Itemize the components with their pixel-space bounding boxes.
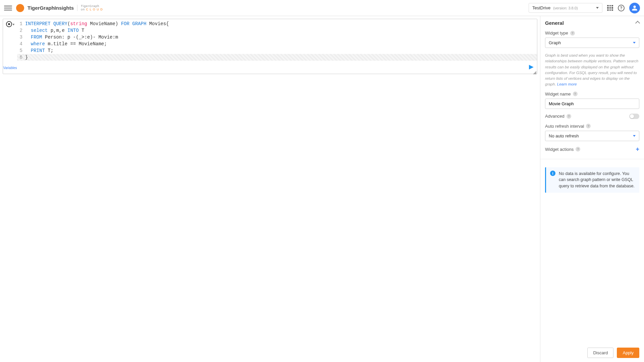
- help-icon[interactable]: ?: [618, 5, 625, 11]
- editor-mode-toggle[interactable]: ▾: [6, 21, 14, 27]
- field-widget-name: Widget name ?: [545, 92, 639, 109]
- project-version: (version: 3.8.0): [553, 6, 578, 10]
- label-widget-name: Widget name ?: [545, 92, 639, 97]
- chevron-down-icon: [633, 42, 636, 44]
- code-line[interactable]: 6}: [17, 54, 537, 61]
- logo-area[interactable]: TigerGraphInsights TigerGraph on C L O U…: [16, 4, 103, 12]
- apps-icon[interactable]: [607, 5, 613, 11]
- avatar[interactable]: [629, 3, 640, 13]
- chevron-down-icon: [596, 7, 599, 9]
- info-icon[interactable]: ?: [576, 147, 580, 152]
- discard-button[interactable]: Discard: [587, 348, 613, 358]
- code-content[interactable]: PRINT T;: [25, 47, 53, 54]
- widget-type-help: Graph is best used when you want to show…: [545, 53, 639, 87]
- apply-button[interactable]: Apply: [617, 348, 639, 358]
- select-auto-refresh-value: No auto refresh: [549, 133, 579, 138]
- logo-cloud: TigerGraph on C L O U D: [77, 5, 103, 11]
- info-card: i No data is available for configure. Yo…: [545, 167, 639, 193]
- learn-more-link[interactable]: Learn more: [557, 82, 577, 86]
- code-line[interactable]: 3 FROM Person: p -(_>:e)- Movie:m: [17, 34, 537, 41]
- code-line[interactable]: 2 select p,m,e INTO T: [17, 27, 537, 34]
- field-advanced: Advanced ?: [545, 114, 639, 119]
- code-content[interactable]: select p,m,e INTO T: [25, 27, 84, 34]
- menu-icon[interactable]: [4, 4, 12, 12]
- field-widget-type: Widget type ? Graph: [545, 31, 639, 48]
- label-widget-actions: Widget actions ?: [545, 147, 580, 152]
- app-header: TigerGraphInsights TigerGraph on C L O U…: [0, 0, 644, 16]
- field-auto-refresh: Auto refresh interval ? No auto refresh: [545, 124, 639, 141]
- line-number: 6: [17, 54, 25, 61]
- line-number: 1: [17, 20, 25, 27]
- project-selector[interactable]: TestDrive (version: 3.8.0): [529, 3, 602, 13]
- label-auto-refresh: Auto refresh interval ?: [545, 124, 639, 129]
- label-advanced: Advanced ?: [545, 114, 571, 119]
- select-widget-type-value: Graph: [549, 40, 561, 45]
- add-action-button[interactable]: +: [636, 146, 639, 153]
- code-content[interactable]: where m.title == MovieName;: [25, 41, 107, 47]
- chevron-up-icon: [635, 20, 640, 25]
- select-auto-refresh[interactable]: No auto refresh: [545, 131, 639, 141]
- code-line[interactable]: 1INTERPRET QUERY(string MovieName) FOR G…: [17, 20, 537, 27]
- toggle-advanced[interactable]: [629, 114, 639, 119]
- section-header-general[interactable]: General: [545, 20, 639, 26]
- info-card-text: No data is available for configure. You …: [559, 171, 635, 189]
- label-widget-type: Widget type ?: [545, 31, 639, 36]
- main-area: ▾ Variables 1INTERPRET QUERY(string Movi…: [0, 16, 644, 362]
- section-title: General: [545, 20, 564, 26]
- logo-text: TigerGraphInsights: [28, 5, 74, 11]
- line-number: 2: [17, 27, 25, 34]
- line-number: 5: [17, 47, 25, 54]
- select-widget-type[interactable]: Graph: [545, 38, 639, 48]
- field-widget-actions: Widget actions ? +: [545, 146, 639, 153]
- line-number: 3: [17, 34, 25, 41]
- target-icon: [6, 21, 12, 27]
- project-name: TestDrive: [532, 5, 550, 10]
- chevron-down-icon: ▾: [13, 22, 14, 26]
- code-lines[interactable]: 1INTERPRET QUERY(string MovieName) FOR G…: [17, 19, 537, 74]
- info-icon: i: [550, 171, 555, 176]
- info-icon[interactable]: ?: [567, 114, 571, 119]
- code-content[interactable]: FROM Person: p -(_>:e)- Movie:m: [25, 34, 118, 41]
- run-button[interactable]: ▶: [529, 63, 534, 70]
- code-content[interactable]: }: [25, 54, 28, 61]
- editor-gutter-left: ▾ Variables: [3, 19, 17, 74]
- code-line[interactable]: 5 PRINT T;: [17, 47, 537, 54]
- line-number: 4: [17, 41, 25, 47]
- info-icon[interactable]: ?: [586, 124, 591, 128]
- logo-icon: [16, 4, 24, 12]
- editor-area: ▾ Variables 1INTERPRET QUERY(string Movi…: [0, 16, 540, 362]
- code-content[interactable]: INTERPRET QUERY(string MovieName) FOR GR…: [25, 20, 169, 27]
- panel-footer: Discard Apply: [545, 343, 639, 358]
- code-editor[interactable]: ▾ Variables 1INTERPRET QUERY(string Movi…: [3, 19, 537, 74]
- variables-tab[interactable]: Variables: [3, 66, 17, 72]
- logo-cloud-bottom: on C L O U D: [81, 8, 103, 11]
- code-line[interactable]: 4 where m.title == MovieName;: [17, 41, 537, 47]
- chevron-down-icon: [633, 135, 636, 137]
- header-icons: ?: [607, 3, 640, 13]
- info-icon[interactable]: ?: [570, 31, 575, 36]
- input-widget-name[interactable]: [545, 99, 639, 109]
- resize-handle[interactable]: ◢: [533, 70, 537, 74]
- properties-panel: General Widget type ? Graph Graph is bes…: [540, 16, 644, 362]
- info-icon[interactable]: ?: [573, 92, 578, 96]
